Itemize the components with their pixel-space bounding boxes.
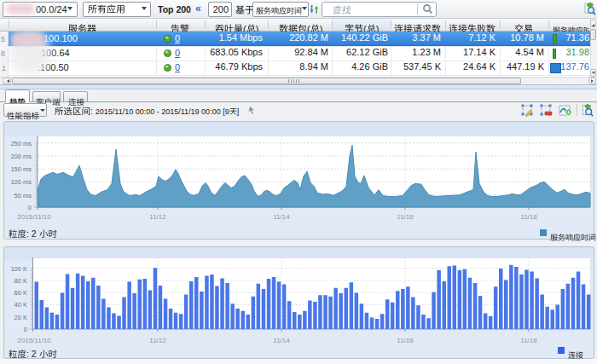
- svg-text:11/18: 11/18: [520, 213, 537, 221]
- svg-text:250 ms: 250 ms: [10, 140, 32, 147]
- svg-text:100 K: 100 K: [10, 265, 27, 273]
- svg-text:11/14: 11/14: [273, 337, 290, 344]
- svg-text:150 ms: 150 ms: [10, 165, 32, 173]
- svg-text:2015/11/10: 2015/11/10: [17, 213, 51, 221]
- svg-text:100 ms: 100 ms: [10, 178, 32, 186]
- svg-text:11/14: 11/14: [273, 213, 290, 221]
- svg-text:80 K: 80 K: [14, 277, 27, 285]
- svg-text:0: 0: [24, 326, 27, 333]
- svg-text:60 K: 60 K: [14, 289, 27, 297]
- svg-text:11/12: 11/12: [149, 213, 166, 221]
- svg-text:11/12: 11/12: [149, 337, 166, 344]
- svg-text:2015/11/10: 2015/11/10: [17, 337, 51, 344]
- svg-text:0: 0: [28, 204, 32, 211]
- svg-text:11/16: 11/16: [397, 337, 414, 344]
- svg-text:40 K: 40 K: [14, 301, 27, 309]
- svg-text:200 ms: 200 ms: [10, 153, 32, 160]
- svg-text:11/16: 11/16: [397, 213, 414, 221]
- svg-text:11/18: 11/18: [520, 337, 537, 344]
- svg-text:50 ms: 50 ms: [14, 192, 32, 199]
- svg-text:20 K: 20 K: [14, 314, 27, 321]
